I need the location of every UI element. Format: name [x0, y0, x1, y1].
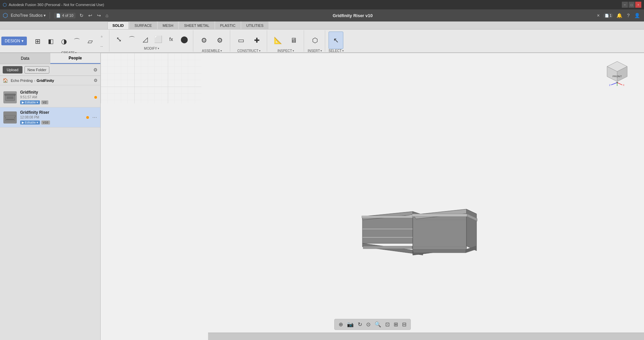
file-thumb-riser [3, 111, 17, 124]
select-label[interactable]: SELECT [329, 49, 344, 53]
plane-button[interactable]: ▭ [234, 32, 248, 49]
sweep-button[interactable]: ⌒ [71, 34, 83, 49]
insert-label[interactable]: INSERT [308, 49, 322, 53]
select-group: ↖ SELECT [326, 30, 346, 52]
new-folder-button[interactable]: New Folder [24, 66, 49, 74]
home-icon[interactable]: ⌂ [104, 12, 110, 19]
design-label: DESIGN [5, 39, 20, 43]
axis-button[interactable]: ✚ [249, 32, 264, 49]
shell-button[interactable]: ⬜ [152, 32, 164, 47]
new-component-button[interactable]: ⊞ [32, 34, 44, 49]
orbit-button[interactable]: ⊕ [337, 321, 344, 328]
modify-label[interactable]: MODIFY [144, 47, 159, 50]
axis-indicator[interactable]: FRONT X Z [604, 60, 631, 87]
extrude-button[interactable]: ◧ [45, 34, 57, 49]
viewport-toolbar: ⊕ 📷 ↻ ⊙ 🔍 ⊡ ⊞ ⊟ [334, 319, 411, 330]
fit-button[interactable]: ⊡ [384, 321, 391, 328]
inspect-label[interactable]: INSPECT [278, 49, 294, 53]
svg-rect-3 [7, 98, 13, 99]
sphere-button[interactable]: ⬤ [178, 32, 190, 47]
tab-solid[interactable]: SOLID [107, 21, 129, 29]
fillet-button[interactable]: ⌒ [126, 32, 138, 47]
document-title: Gridfinity Riser v10 [333, 13, 373, 18]
minimize-button[interactable]: − [622, 2, 628, 8]
insert-group: ⬡ INSERT [305, 30, 325, 52]
as-built-button[interactable]: ⚙ [212, 32, 227, 49]
refresh-icon[interactable]: ↻ [78, 12, 85, 19]
loft-button[interactable]: ▱ [84, 34, 96, 49]
file-count-badge[interactable]: 📄 1 [603, 13, 613, 18]
svg-rect-20 [362, 216, 413, 218]
file-item-gridfinity-riser[interactable]: Gridfinity Riser 12:08:08 PM ▶ Editable … [0, 107, 100, 128]
tab-data[interactable]: Data [0, 53, 50, 64]
more-create[interactable]: ⋯ [97, 42, 106, 51]
file-item-gridfinity[interactable]: Gridfinity 9:51:57 AM ▶ Editable ▾ V2 [0, 87, 100, 107]
tab-mesh[interactable]: MESH [158, 21, 179, 29]
tab-utilities[interactable]: UTILITIES [241, 21, 268, 29]
tab-plastic[interactable]: PLASTIC [215, 21, 241, 29]
tab-surface[interactable]: SURFACE [130, 21, 157, 29]
file-actions-riser[interactable]: ⋯ [92, 115, 97, 120]
panel-settings-icon[interactable]: ⚙ [93, 67, 98, 72]
breadcrumb-echo-printing[interactable]: Echo Printing [11, 79, 33, 83]
chamfer-button[interactable]: ◿ [139, 32, 151, 47]
select-tools: ↖ [329, 32, 343, 49]
svg-rect-8 [101, 53, 201, 103]
title-bar: ⬡ Autodesk Fusion 360 (Personal - Not fo… [0, 0, 644, 9]
studio-name[interactable]: EchoTree Studios ▾ [11, 13, 46, 18]
joint-button[interactable]: ⚙ [197, 32, 211, 49]
notification-icon[interactable]: 🔔 [615, 12, 624, 19]
nav-divider [50, 12, 50, 19]
select-button[interactable]: ↖ [329, 32, 343, 49]
pattern-button[interactable]: ⌂ [97, 32, 106, 41]
display-mode-button[interactable]: ⊞ [392, 321, 399, 328]
help-icon[interactable]: ? [626, 12, 631, 19]
breadcrumb-home-icon[interactable]: 🏠 [3, 78, 8, 83]
press-pull-button[interactable]: ⤡ [113, 32, 125, 47]
maximize-button[interactable]: □ [629, 2, 635, 8]
zoom-button[interactable]: 🔍 [373, 321, 383, 328]
measure-button[interactable]: 📐 [270, 32, 285, 49]
camera-button[interactable]: 📷 [346, 321, 355, 328]
svg-rect-30 [413, 249, 466, 253]
fx-button[interactable]: fx [165, 32, 177, 47]
construct-label[interactable]: CONSTRUCT [237, 49, 260, 53]
file-tag-editable-riser: ▶ Editable ▾ [20, 120, 40, 125]
tag-dropdown[interactable]: ▾ [37, 101, 38, 104]
redo-icon[interactable]: ↪ [96, 12, 102, 19]
assemble-label[interactable]: ASSEMBLE [202, 49, 222, 53]
file-version-riser: V10 [41, 120, 50, 125]
viewport[interactable]: FRONT X Z ⊕ 📷 ↻ ⊙ 🔍 [101, 53, 644, 340]
close-button[interactable]: × [635, 2, 641, 8]
breadcrumb-gridfinity[interactable]: GridFinity [37, 79, 54, 83]
grid-button[interactable]: ⊟ [401, 321, 408, 328]
insert-button[interactable]: ⬡ [307, 32, 322, 49]
account-icon[interactable]: 👤 [633, 12, 641, 19]
display-button[interactable]: 🖥 [286, 32, 301, 49]
svg-rect-5 [5, 115, 15, 117]
create-group: ⊞ ◧ ◑ ⌒ ▱ ⌂ ⋯ CREATE [29, 30, 109, 52]
inspect-group: 📐 🖥 INSPECT [268, 30, 304, 52]
upload-button[interactable]: Upload [3, 66, 22, 74]
svg-rect-22 [363, 246, 412, 249]
look-at-button[interactable]: ⊙ [365, 321, 372, 328]
breadcrumb-settings-icon[interactable]: ⚙ [94, 78, 98, 83]
construct-tools: ▭ ✚ [234, 32, 264, 49]
undo-icon[interactable]: ↩ [87, 12, 94, 19]
design-dropdown[interactable]: DESIGN ▾ [1, 37, 27, 45]
rotate-button[interactable]: ↻ [356, 321, 363, 328]
app-icon: ⬡ [3, 12, 8, 19]
tag-icon: ▶ [22, 101, 24, 104]
close-doc-icon[interactable]: × [596, 12, 601, 19]
file-count-display[interactable]: 📄 4 of 10 [54, 13, 76, 18]
assemble-group: ⚙ ⚙ ASSEMBLE [194, 30, 230, 52]
insert-tools: ⬡ [307, 32, 322, 49]
svg-line-39 [611, 83, 617, 85]
tab-sheet-metal[interactable]: SHEET METAL [179, 21, 214, 29]
file-name-gridfinity: Gridfinity [20, 90, 91, 95]
top-nav: ⬡ EchoTree Studios ▾ 📄 4 of 10 ↻ ↩ ↪ ⌂ G… [0, 9, 644, 21]
panel-tabs: Data People [0, 53, 100, 64]
revolve-button[interactable]: ◑ [58, 34, 70, 49]
tab-people[interactable]: People [50, 53, 101, 64]
tag-dropdown2[interactable]: ▾ [37, 121, 38, 124]
